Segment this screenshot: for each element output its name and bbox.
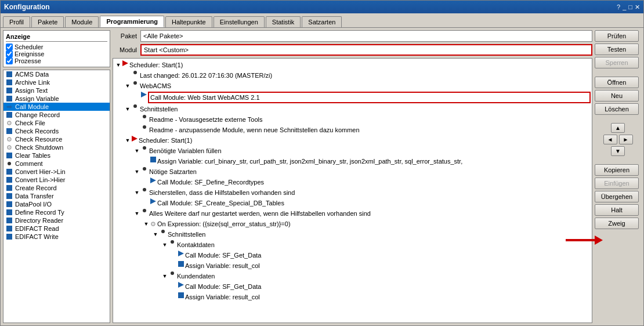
testen-button[interactable]: Testen <box>595 44 639 55</box>
list-item[interactable]: Change Record <box>3 111 110 119</box>
minimize-button[interactable]: _ <box>623 3 626 10</box>
tree-icon <box>178 261 184 267</box>
tree-item[interactable]: Assign Variable: curl_binary_str, curl_p… <box>114 156 591 166</box>
halt-button[interactable]: Halt <box>595 204 639 216</box>
tree-toggle[interactable]: ▼ <box>161 271 169 281</box>
help-button[interactable]: ? <box>617 3 620 10</box>
prozesse-checkbox[interactable] <box>6 57 13 64</box>
list-item[interactable]: Data Transfer <box>3 192 110 200</box>
ereignisse-checkbox[interactable] <box>6 50 13 57</box>
tree-item[interactable]: Assign Variable: result_col <box>114 292 591 302</box>
paket-input[interactable] <box>140 30 592 42</box>
tree-toggle[interactable]: ▼ <box>133 146 141 155</box>
down-button[interactable]: ▼ <box>611 146 625 156</box>
tree-toggle[interactable]: ▼ <box>133 209 141 218</box>
tab-module[interactable]: Module <box>65 16 99 27</box>
tree-item[interactable]: Call Module: SF_Get_Data <box>114 281 591 292</box>
list-item[interactable]: ⚙Check File <box>3 119 110 127</box>
tree-item[interactable]: ▼WebACMS <box>114 81 591 91</box>
list-item[interactable]: ⚙Check Resource <box>3 135 110 143</box>
left-button[interactable]: ◄ <box>603 135 617 144</box>
tree-toggle[interactable]: ▼ <box>124 81 132 90</box>
right-button[interactable]: ► <box>619 135 633 144</box>
tree-item[interactable]: Assign Variable: result_col <box>114 260 591 271</box>
einfugen-button[interactable]: Einfügen <box>595 178 639 189</box>
tab-einstellungen[interactable]: Einstellungen <box>214 16 265 27</box>
list-item[interactable]: ➡Call Module <box>3 103 110 111</box>
tree-item[interactable]: ▼Kontaktdaten <box>114 240 591 250</box>
tab-profil[interactable]: Profil <box>3 16 30 27</box>
tab-satzarten[interactable]: Satzarten <box>302 16 342 27</box>
tree-text: Readme - Vorausgesetzte externe Tools <box>149 115 591 124</box>
list-item[interactable]: Create Record <box>3 184 110 192</box>
module-list[interactable]: ACMS DataArchive LinkAssign TextAssign V… <box>3 70 110 323</box>
tab-pakete[interactable]: Pakete <box>31 16 64 27</box>
modul-input[interactable] <box>140 44 592 56</box>
tree-item[interactable]: ▼Schnittstellen <box>114 229 591 240</box>
list-item[interactable]: EDIFACT Read <box>3 224 110 233</box>
tree-item[interactable]: Last changed: 26.01.22 07:16:30 (MASTER/… <box>114 70 591 81</box>
list-item[interactable]: Check Records <box>3 127 110 135</box>
list-item-label: Clear Tables <box>15 152 50 159</box>
checkbox-scheduler[interactable]: Scheduler <box>6 44 107 50</box>
tree-item[interactable]: Call Module: SF_Define_Recordtypes <box>114 177 591 187</box>
tree-toggle[interactable]: ▼ <box>124 104 132 114</box>
tab-programmierung[interactable]: Programmierung <box>100 16 164 27</box>
up-button[interactable]: ▲ <box>611 123 625 133</box>
sperren-button[interactable]: Sperren <box>595 57 639 68</box>
list-item-label: EDIFACT Read <box>15 225 59 232</box>
kopieren-button[interactable]: Kopieren <box>595 164 639 176</box>
scheduler-checkbox[interactable] <box>6 44 13 50</box>
tree-toggle[interactable]: ▼ <box>142 219 150 229</box>
tree-item[interactable]: ▼⚙On Expression: ({size(sql_error_status… <box>114 219 591 229</box>
tree-item[interactable]: Call Module: SF_Get_Data <box>114 250 591 260</box>
list-item[interactable]: ACMS Data <box>3 70 110 78</box>
tree-panel[interactable]: ▼Scheduler: Start(1)Last changed: 26.01.… <box>113 58 592 323</box>
neu-button[interactable]: Neu <box>595 90 639 102</box>
close-button[interactable]: ✕ <box>635 3 640 11</box>
tree-item[interactable]: ▼Benötigte Variablen füllen <box>114 146 591 156</box>
tree-item[interactable]: Call Module: Web Start WebACMS 2.1 <box>114 91 591 104</box>
list-item[interactable]: Assign Text <box>3 86 110 95</box>
list-item[interactable]: EDIFACT Write <box>3 233 110 241</box>
tree-toggle[interactable]: ▼ <box>161 240 169 249</box>
tree-item[interactable]: ▼Kundendaten <box>114 271 591 281</box>
tab-haltepunkte[interactable]: Haltepunkte <box>165 16 212 27</box>
tree-item[interactable]: ▼Scheduler: Start(1) <box>114 135 591 146</box>
tree-text: Benötigte Variablen füllen <box>149 146 591 155</box>
tree-item[interactable]: ▼Sicherstellen, dass die Hilfstabellen v… <box>114 187 591 198</box>
checkbox-ereignisse[interactable]: Ereignisse <box>6 50 107 57</box>
list-item[interactable]: Clear Tables <box>3 151 110 160</box>
checkbox-prozesse[interactable]: Prozesse <box>6 57 107 64</box>
tab-statistik[interactable]: Statistik <box>266 16 301 27</box>
tree-item[interactable]: Readme - anzupassende Module, wenn neue … <box>114 125 591 135</box>
list-item[interactable]: Define Record Ty <box>3 208 110 216</box>
tree-toggle[interactable]: ▼ <box>133 167 141 176</box>
zweig-button[interactable]: Zweig <box>595 218 639 229</box>
tree-toggle[interactable]: ▼ <box>124 136 132 145</box>
tree-item[interactable]: ▼Nötige Satzarten <box>114 166 591 177</box>
list-item[interactable]: Convert Hier->Lin <box>3 168 110 176</box>
tree-toggle[interactable]: ▼ <box>151 230 160 239</box>
list-item[interactable]: Assign Variable <box>3 95 110 103</box>
list-item[interactable]: Convert Lin->Hier <box>3 176 110 184</box>
offnen-button[interactable]: Öffnen <box>595 77 639 88</box>
tree-item[interactable]: ▼Scheduler: Start(1) <box>114 60 591 70</box>
tree-item[interactable]: ▼Schnittstellen <box>114 104 591 114</box>
title-bar: Konfiguration ? _ □ ✕ <box>1 1 643 13</box>
tree-toggle[interactable]: ▼ <box>114 60 122 70</box>
prufen-button[interactable]: Prüfen <box>595 30 639 42</box>
list-item[interactable]: ⚙Check Shutdown <box>3 143 110 151</box>
list-item[interactable]: Archive Link <box>3 78 110 86</box>
list-item[interactable]: DataPool I/O <box>3 200 110 208</box>
list-item[interactable]: Comment <box>3 160 110 168</box>
list-item[interactable]: Directory Reader <box>3 216 110 224</box>
ubergehen-button[interactable]: Übergehen <box>595 191 639 202</box>
tree-item[interactable]: Readme - Vorausgesetzte externe Tools <box>114 114 591 125</box>
tree-toggle[interactable]: ▼ <box>133 188 141 197</box>
tree-item[interactable]: Call Module: SF_Create_Special_DB_Tables <box>114 198 591 208</box>
maximize-button[interactable]: □ <box>628 3 632 10</box>
tree-item[interactable]: ▼Alles Weitere darf nur gestartet werden… <box>114 208 591 219</box>
loschen-button[interactable]: Löschen <box>595 103 639 115</box>
list-item-icon <box>5 111 13 118</box>
